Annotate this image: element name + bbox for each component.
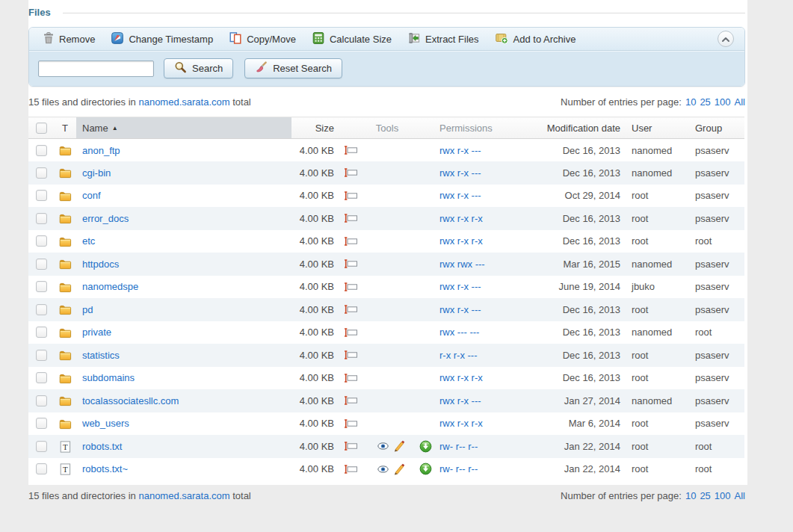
row-type-cell: T bbox=[54, 253, 76, 276]
rename-icon-button[interactable] bbox=[344, 282, 358, 291]
permissions-link[interactable]: rwx r-x --- bbox=[439, 145, 481, 156]
permissions-link[interactable]: r-x r-x --- bbox=[439, 350, 478, 361]
row-permissions-cell: rwx r-x r-x bbox=[436, 412, 525, 436]
download-icon-button[interactable] bbox=[419, 463, 432, 475]
permissions-link[interactable]: rwx r-x r-x bbox=[439, 418, 483, 429]
file-name-link[interactable]: conf bbox=[82, 190, 101, 201]
rename-icon-button[interactable] bbox=[344, 237, 358, 246]
rename-icon-button[interactable] bbox=[344, 374, 358, 383]
file-name-link[interactable]: error_docs bbox=[82, 213, 129, 224]
file-name-link[interactable]: web_users bbox=[82, 418, 129, 429]
row-checkbox[interactable] bbox=[36, 463, 47, 474]
file-name-link[interactable]: subdomains bbox=[82, 372, 135, 383]
file-name-link[interactable]: robots.txt bbox=[82, 441, 122, 452]
file-name-link[interactable]: private bbox=[82, 327, 111, 338]
column-header-size[interactable]: Size bbox=[291, 117, 338, 139]
file-name-link[interactable]: robots.txt~ bbox=[82, 463, 128, 474]
file-name-link[interactable]: nanomedspe bbox=[82, 281, 138, 292]
add-to-archive-button[interactable]: Add to Archive bbox=[487, 30, 584, 48]
reset-search-button[interactable]: Reset Search bbox=[244, 58, 342, 78]
permissions-link[interactable]: rwx r-x r-x bbox=[439, 372, 483, 383]
extract-files-button[interactable]: Extract Files bbox=[400, 30, 487, 48]
row-checkbox[interactable] bbox=[36, 235, 47, 247]
permissions-link[interactable]: rwx r-x --- bbox=[439, 304, 481, 315]
row-checkbox[interactable] bbox=[36, 327, 47, 338]
rename-icon-button[interactable] bbox=[344, 191, 358, 200]
edit-icon-button[interactable] bbox=[393, 463, 405, 475]
permissions-link[interactable]: rwx --- --- bbox=[439, 327, 479, 338]
change-timestamp-button[interactable]: Change Timestamp bbox=[103, 30, 221, 48]
download-icon-button[interactable] bbox=[419, 440, 432, 453]
rename-icon-button[interactable] bbox=[344, 350, 358, 359]
calculate-size-button[interactable]: Calculate Size bbox=[304, 30, 400, 48]
permissions-link[interactable]: rw- r-- r-- bbox=[439, 463, 478, 474]
row-checkbox[interactable] bbox=[36, 213, 47, 224]
per-page-option-all[interactable]: All bbox=[735, 490, 745, 501]
per-page-option-25[interactable]: 25 bbox=[700, 96, 710, 108]
column-header-group[interactable]: Group bbox=[688, 117, 744, 139]
column-header-name[interactable]: Name▲ bbox=[76, 117, 291, 139]
permissions-link[interactable]: rw- r-- r-- bbox=[439, 441, 478, 452]
column-header-user[interactable]: User bbox=[624, 117, 688, 139]
copy-move-button[interactable]: Copy/Move bbox=[221, 30, 304, 48]
per-page-option-100[interactable]: 100 bbox=[715, 490, 731, 501]
file-name-link[interactable]: statistics bbox=[82, 350, 120, 361]
row-checkbox[interactable] bbox=[36, 441, 47, 452]
edit-icon-button[interactable] bbox=[393, 440, 405, 452]
row-checkbox-cell bbox=[28, 298, 54, 321]
per-page-option-25[interactable]: 25 bbox=[700, 490, 710, 501]
search-button[interactable]: Search bbox=[164, 58, 233, 78]
permissions-link[interactable]: rwx r-x --- bbox=[439, 395, 481, 406]
view-icon-button[interactable] bbox=[377, 442, 389, 450]
file-name-link[interactable]: cgi-bin bbox=[82, 167, 111, 179]
view-icon-button[interactable] bbox=[377, 466, 389, 473]
select-all-checkbox[interactable] bbox=[36, 123, 47, 134]
group-cell: root bbox=[688, 321, 744, 344]
row-checkbox[interactable] bbox=[36, 304, 47, 315]
domain-link[interactable]: nanomed.sarata.com bbox=[138, 96, 229, 108]
per-page-option-10[interactable]: 10 bbox=[685, 490, 696, 501]
row-checkbox-cell bbox=[28, 344, 54, 367]
file-name-link[interactable]: httpdocs bbox=[82, 259, 119, 270]
rename-icon-button[interactable] bbox=[344, 442, 358, 451]
row-checkbox[interactable] bbox=[36, 418, 47, 429]
row-checkbox[interactable] bbox=[36, 259, 47, 270]
rename-icon-button[interactable] bbox=[344, 465, 358, 474]
group-cell: psaserv bbox=[688, 139, 744, 162]
permissions-link[interactable]: rwx r-x --- bbox=[439, 281, 481, 292]
file-name-link[interactable]: tocalassociatesllc.com bbox=[82, 395, 179, 406]
row-name-cell: robots.txt bbox=[76, 435, 291, 458]
row-checkbox[interactable] bbox=[36, 145, 47, 156]
permissions-link[interactable]: rwx rwx --- bbox=[439, 259, 485, 270]
rename-icon-button[interactable] bbox=[344, 214, 358, 223]
row-checkbox[interactable] bbox=[36, 395, 47, 406]
rename-icon-button[interactable] bbox=[344, 419, 358, 428]
per-page-option-10[interactable]: 10 bbox=[685, 96, 696, 108]
rename-icon-button[interactable] bbox=[344, 396, 358, 405]
row-checkbox[interactable] bbox=[36, 350, 47, 361]
row-checkbox[interactable] bbox=[36, 190, 47, 201]
permissions-link[interactable]: rwx r-x r-x bbox=[439, 213, 483, 224]
rename-icon-button[interactable] bbox=[344, 146, 358, 155]
permissions-link[interactable]: rwx r-x --- bbox=[439, 190, 481, 201]
rename-icon-button[interactable] bbox=[344, 168, 358, 177]
row-checkbox[interactable] bbox=[36, 372, 47, 383]
remove-button[interactable]: Remove bbox=[35, 30, 103, 48]
column-header-type[interactable]: T bbox=[54, 117, 76, 139]
permissions-link[interactable]: rwx r-x r-x bbox=[439, 235, 483, 247]
rename-icon-button[interactable] bbox=[344, 305, 358, 314]
domain-link-bottom[interactable]: nanomed.sarata.com bbox=[138, 490, 229, 501]
collapse-toolbar-button[interactable] bbox=[718, 31, 734, 47]
row-checkbox[interactable] bbox=[36, 281, 47, 292]
rename-icon-button[interactable] bbox=[344, 328, 358, 337]
search-input[interactable] bbox=[38, 61, 154, 77]
file-name-link[interactable]: anon_ftp bbox=[82, 145, 120, 156]
file-name-link[interactable]: pd bbox=[82, 304, 93, 315]
row-checkbox[interactable] bbox=[36, 167, 47, 179]
file-name-link[interactable]: etc bbox=[82, 235, 95, 247]
per-page-option-all[interactable]: All bbox=[735, 96, 745, 108]
column-header-modification-date[interactable]: Modification date bbox=[525, 117, 624, 139]
per-page-option-100[interactable]: 100 bbox=[715, 96, 731, 108]
rename-icon-button[interactable] bbox=[344, 259, 358, 268]
permissions-link[interactable]: rwx r-x --- bbox=[439, 167, 481, 179]
